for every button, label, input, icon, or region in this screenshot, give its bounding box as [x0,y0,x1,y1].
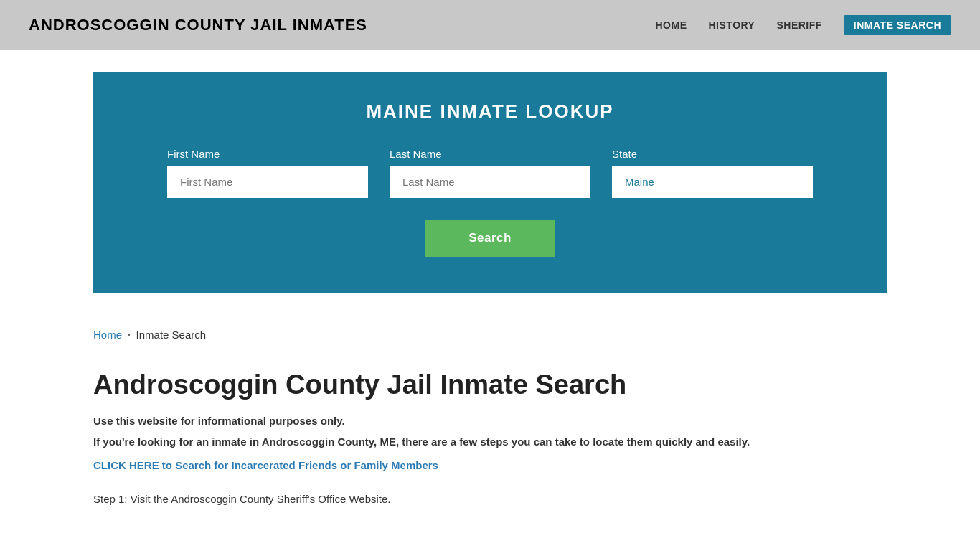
site-title: ANDROSCOGGIN COUNTY JAIL INMATES [29,16,367,34]
first-name-input[interactable] [167,166,368,198]
search-button[interactable]: Search [425,220,555,257]
breadcrumb-home[interactable]: Home [93,329,122,341]
last-name-group: Last Name [390,148,590,198]
nav-home[interactable]: HOME [656,19,687,31]
info-text-1: Use this website for informational purpo… [93,415,887,427]
nav-sheriff[interactable]: SHERIFF [776,19,821,31]
breadcrumb-current: Inmate Search [136,329,207,341]
search-banner-title: MAINE INMATE LOOKUP [136,100,844,123]
page-heading: Androscoggin County Jail Inmate Search [93,369,887,400]
info-text-2: If you're looking for an inmate in Andro… [93,435,887,448]
last-name-label: Last Name [390,148,590,160]
nav-inmate-search[interactable]: INMATE SEARCH [844,15,951,35]
state-group: State [612,148,813,198]
state-input[interactable] [612,166,813,198]
state-label: State [612,148,813,160]
nav-history[interactable]: HISTORY [709,19,755,31]
search-banner: MAINE INMATE LOOKUP First Name Last Name… [93,72,887,293]
search-button-row: Search [136,220,844,257]
main-nav: HOME HISTORY SHERIFF INMATE SEARCH [656,15,952,35]
search-fields: First Name Last Name State [136,148,844,198]
last-name-input[interactable] [390,166,590,198]
main-content: Androscoggin County Jail Inmate Search U… [0,355,980,534]
breadcrumb-separator: • [128,331,131,339]
first-name-group: First Name [167,148,368,198]
click-here-link[interactable]: CLICK HERE to Search for Incarcerated Fr… [93,459,438,471]
breadcrumb: Home • Inmate Search [0,314,980,355]
site-header: ANDROSCOGGIN COUNTY JAIL INMATES HOME HI… [0,0,980,50]
step-1-text: Step 1: Visit the Androscoggin County Sh… [93,493,887,505]
first-name-label: First Name [167,148,368,160]
